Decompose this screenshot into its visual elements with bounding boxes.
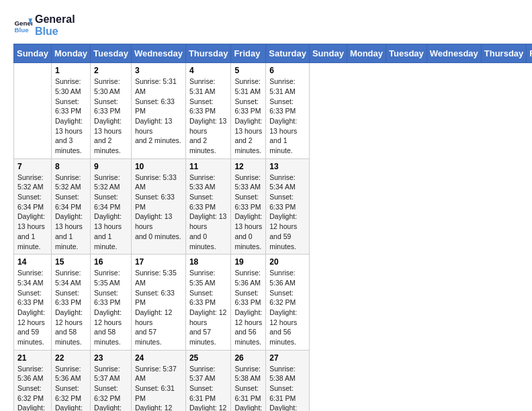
header-friday: Friday bbox=[231, 44, 266, 63]
day-cell: 14Sunrise: 5:34 AMSunset: 6:33 PMDayligh… bbox=[14, 255, 52, 351]
day-number: 20 bbox=[269, 257, 306, 267]
header-tuesday: Tuesday bbox=[91, 44, 132, 63]
svg-text:Blue: Blue bbox=[14, 26, 29, 33]
day-cell: 12Sunrise: 5:33 AMSunset: 6:33 PMDayligh… bbox=[231, 158, 266, 255]
week-row-4: 21Sunrise: 5:36 AMSunset: 6:32 PMDayligh… bbox=[14, 350, 533, 411]
day-cell: 19Sunrise: 5:36 AMSunset: 6:33 PMDayligh… bbox=[231, 255, 266, 351]
day-cell: 20Sunrise: 5:36 AMSunset: 6:32 PMDayligh… bbox=[266, 255, 310, 351]
col-header-sunday: Sunday bbox=[309, 44, 347, 63]
week-row-2: 7Sunrise: 5:32 AMSunset: 6:34 PMDaylight… bbox=[14, 158, 533, 255]
logo: General Blue GeneralBlue bbox=[13, 13, 75, 37]
header-sunday: Sunday bbox=[14, 44, 52, 63]
day-info: Sunrise: 5:36 AMSunset: 6:32 PMDaylight:… bbox=[55, 364, 87, 411]
day-info: Sunrise: 5:37 AMSunset: 6:31 PMDaylight:… bbox=[189, 364, 228, 411]
day-number: 16 bbox=[94, 257, 128, 267]
day-number: 27 bbox=[269, 353, 306, 363]
day-cell: 8Sunrise: 5:32 AMSunset: 6:34 PMDaylight… bbox=[51, 158, 90, 255]
day-number: 26 bbox=[234, 353, 262, 363]
day-cell: 5Sunrise: 5:31 AMSunset: 6:33 PMDaylight… bbox=[231, 63, 266, 159]
day-info: Sunrise: 5:38 AMSunset: 6:31 PMDaylight:… bbox=[269, 364, 306, 411]
day-number: 11 bbox=[189, 162, 228, 171]
header-monday: Monday bbox=[51, 44, 90, 63]
day-number: 22 bbox=[55, 353, 87, 363]
day-cell: 3Sunrise: 5:31 AMSunset: 6:33 PMDaylight… bbox=[131, 63, 185, 159]
day-info: Sunrise: 5:32 AMSunset: 6:34 PMDaylight:… bbox=[17, 173, 48, 252]
header-wednesday: Wednesday bbox=[131, 44, 185, 63]
day-number: 15 bbox=[55, 257, 87, 267]
day-info: Sunrise: 5:31 AMSunset: 6:33 PMDaylight:… bbox=[269, 77, 306, 156]
day-info: Sunrise: 5:34 AMSunset: 6:33 PMDaylight:… bbox=[55, 268, 87, 347]
day-number: 5 bbox=[234, 66, 262, 75]
day-info: Sunrise: 5:31 AMSunset: 6:33 PMDaylight:… bbox=[189, 77, 228, 156]
logo-text: GeneralBlue bbox=[35, 13, 75, 37]
day-number: 25 bbox=[189, 353, 228, 363]
day-info: Sunrise: 5:36 AMSunset: 6:33 PMDaylight:… bbox=[234, 268, 262, 347]
day-info: Sunrise: 5:37 AMSunset: 6:32 PMDaylight:… bbox=[94, 364, 128, 411]
calendar-table: SundayMondayTuesdayWednesdayThursdayFrid… bbox=[13, 44, 532, 411]
day-cell: 13Sunrise: 5:34 AMSunset: 6:33 PMDayligh… bbox=[266, 158, 310, 255]
day-info: Sunrise: 5:36 AMSunset: 6:32 PMDaylight:… bbox=[17, 364, 48, 411]
day-cell: 26Sunrise: 5:38 AMSunset: 6:31 PMDayligh… bbox=[231, 350, 266, 411]
day-cell: 6Sunrise: 5:31 AMSunset: 6:33 PMDaylight… bbox=[266, 63, 310, 159]
day-cell: 2Sunrise: 5:30 AMSunset: 6:33 PMDaylight… bbox=[91, 63, 132, 159]
day-number: 17 bbox=[135, 257, 182, 267]
day-info: Sunrise: 5:34 AMSunset: 6:33 PMDaylight:… bbox=[269, 173, 306, 252]
day-cell: 21Sunrise: 5:36 AMSunset: 6:32 PMDayligh… bbox=[14, 350, 52, 411]
day-cell: 16Sunrise: 5:35 AMSunset: 6:33 PMDayligh… bbox=[91, 255, 132, 351]
week-row-1: 1Sunrise: 5:30 AMSunset: 6:33 PMDaylight… bbox=[14, 63, 533, 159]
day-info: Sunrise: 5:37 AMSunset: 6:31 PMDaylight:… bbox=[135, 364, 182, 411]
day-info: Sunrise: 5:35 AMSunset: 6:33 PMDaylight:… bbox=[94, 268, 128, 347]
day-number: 4 bbox=[189, 66, 228, 75]
day-cell: 11Sunrise: 5:33 AMSunset: 6:33 PMDayligh… bbox=[185, 158, 231, 255]
col-header-monday: Monday bbox=[347, 44, 386, 63]
col-header-thursday: Thursday bbox=[481, 44, 527, 63]
day-cell: 17Sunrise: 5:35 AMSunset: 6:33 PMDayligh… bbox=[131, 255, 185, 351]
day-info: Sunrise: 5:31 AMSunset: 6:33 PMDaylight:… bbox=[135, 77, 182, 146]
day-number: 10 bbox=[135, 162, 182, 171]
day-cell bbox=[14, 63, 52, 159]
day-info: Sunrise: 5:32 AMSunset: 6:34 PMDaylight:… bbox=[55, 173, 87, 252]
day-number: 6 bbox=[269, 66, 306, 75]
day-info: Sunrise: 5:36 AMSunset: 6:32 PMDaylight:… bbox=[269, 268, 306, 347]
day-info: Sunrise: 5:33 AMSunset: 6:33 PMDaylight:… bbox=[135, 173, 182, 242]
day-info: Sunrise: 5:33 AMSunset: 6:33 PMDaylight:… bbox=[234, 173, 262, 252]
day-cell: 22Sunrise: 5:36 AMSunset: 6:32 PMDayligh… bbox=[51, 350, 90, 411]
day-cell: 10Sunrise: 5:33 AMSunset: 6:33 PMDayligh… bbox=[131, 158, 185, 255]
week-row-3: 14Sunrise: 5:34 AMSunset: 6:33 PMDayligh… bbox=[14, 255, 533, 351]
day-cell: 24Sunrise: 5:37 AMSunset: 6:31 PMDayligh… bbox=[131, 350, 185, 411]
calendar-header-row: SundayMondayTuesdayWednesdayThursdayFrid… bbox=[14, 44, 533, 63]
day-number: 7 bbox=[17, 162, 48, 171]
day-number: 2 bbox=[94, 66, 128, 75]
day-cell: 15Sunrise: 5:34 AMSunset: 6:33 PMDayligh… bbox=[51, 255, 90, 351]
day-number: 24 bbox=[135, 353, 182, 363]
day-info: Sunrise: 5:33 AMSunset: 6:33 PMDaylight:… bbox=[189, 173, 228, 252]
day-number: 8 bbox=[55, 162, 87, 171]
col-header-wednesday: Wednesday bbox=[427, 44, 481, 63]
day-number: 19 bbox=[234, 257, 262, 267]
day-number: 21 bbox=[17, 353, 48, 363]
page-header: General Blue GeneralBlue bbox=[13, 13, 519, 37]
day-info: Sunrise: 5:32 AMSunset: 6:34 PMDaylight:… bbox=[94, 173, 128, 252]
day-info: Sunrise: 5:35 AMSunset: 6:33 PMDaylight:… bbox=[189, 268, 228, 347]
day-number: 1 bbox=[55, 66, 87, 75]
day-info: Sunrise: 5:30 AMSunset: 6:33 PMDaylight:… bbox=[55, 77, 87, 156]
day-number: 14 bbox=[17, 257, 48, 267]
day-number: 23 bbox=[94, 353, 128, 363]
day-info: Sunrise: 5:31 AMSunset: 6:33 PMDaylight:… bbox=[234, 77, 262, 156]
day-number: 18 bbox=[189, 257, 228, 267]
col-header-tuesday: Tuesday bbox=[386, 44, 427, 63]
day-cell: 4Sunrise: 5:31 AMSunset: 6:33 PMDaylight… bbox=[185, 63, 231, 159]
day-info: Sunrise: 5:38 AMSunset: 6:31 PMDaylight:… bbox=[234, 364, 262, 411]
day-number: 9 bbox=[94, 162, 128, 171]
general-blue-logo-icon: General Blue bbox=[13, 16, 32, 35]
day-info: Sunrise: 5:35 AMSunset: 6:33 PMDaylight:… bbox=[135, 268, 182, 347]
day-info: Sunrise: 5:30 AMSunset: 6:33 PMDaylight:… bbox=[94, 77, 128, 156]
day-number: 13 bbox=[269, 162, 306, 171]
day-cell: 7Sunrise: 5:32 AMSunset: 6:34 PMDaylight… bbox=[14, 158, 52, 255]
day-cell: 18Sunrise: 5:35 AMSunset: 6:33 PMDayligh… bbox=[185, 255, 231, 351]
day-cell: 1Sunrise: 5:30 AMSunset: 6:33 PMDaylight… bbox=[51, 63, 90, 159]
day-number: 12 bbox=[234, 162, 262, 171]
day-number: 3 bbox=[135, 66, 182, 75]
day-cell: 27Sunrise: 5:38 AMSunset: 6:31 PMDayligh… bbox=[266, 350, 310, 411]
day-cell: 9Sunrise: 5:32 AMSunset: 6:34 PMDaylight… bbox=[91, 158, 132, 255]
